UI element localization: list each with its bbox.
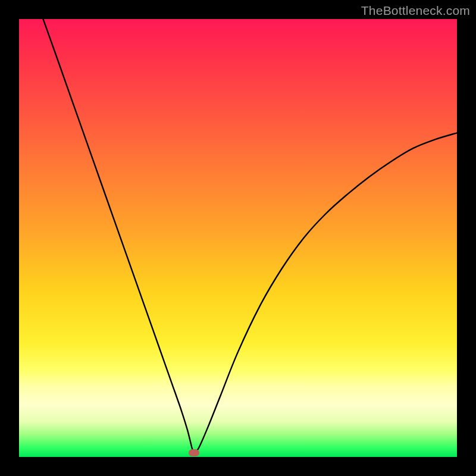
bottleneck-curve bbox=[19, 19, 457, 457]
chart-frame: TheBottleneck.com bbox=[0, 0, 476, 476]
watermark-text: TheBottleneck.com bbox=[361, 4, 470, 18]
curve-path bbox=[43, 19, 457, 453]
minimum-marker bbox=[189, 449, 199, 456]
